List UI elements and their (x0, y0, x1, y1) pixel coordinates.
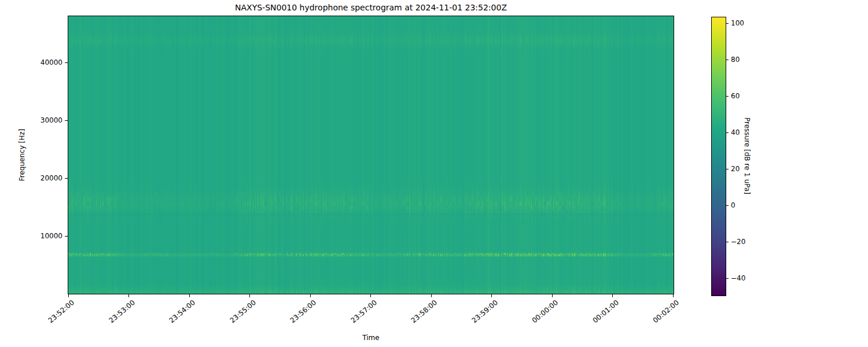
colorbar-tick (726, 23, 729, 24)
y-tick (65, 236, 68, 237)
y-tick (65, 178, 68, 179)
plot-area (68, 16, 674, 294)
x-tick (310, 294, 311, 297)
y-tick-label: 40000 (22, 58, 62, 67)
chart-title: NAXYS-SN0010 hydrophone spectrogram at 2… (68, 3, 674, 12)
colorbar-tick-label: −20 (731, 238, 745, 246)
x-tick (431, 294, 432, 297)
colorbar-tick-label: 60 (731, 92, 740, 100)
colorbar-tick (726, 242, 729, 242)
y-axis-label-container: Frequency [Hz] (17, 0, 27, 310)
colorbar-tick-label: 40 (731, 128, 740, 136)
colorbar-tick-label: 80 (731, 56, 740, 64)
spectrogram-image (68, 16, 674, 294)
x-tick (370, 294, 371, 297)
x-tick (552, 294, 553, 297)
colorbar (711, 17, 726, 296)
colorbar-tick (726, 60, 729, 60)
colorbar-tick-label: −40 (731, 274, 745, 282)
y-tick-label: 10000 (22, 232, 62, 240)
colorbar-tick-label: 0 (731, 201, 735, 209)
x-tick (68, 294, 69, 297)
colorbar-tick-label: 100 (731, 19, 744, 27)
colorbar-tick (726, 205, 729, 206)
colorbar-tick (726, 169, 729, 169)
colorbar-tick (726, 278, 729, 279)
colorbar-label-container: Pressure [dB re 1 uPa] (742, 17, 752, 295)
colorbar-label: Pressure [dB re 1 uPa] (743, 117, 751, 194)
x-tick-label: 23:52:00 (0, 298, 76, 347)
spectrogram-figure: NAXYS-SN0010 hydrophone spectrogram at 2… (0, 0, 868, 347)
y-tick-label: 30000 (22, 116, 62, 124)
y-tick-label: 20000 (22, 174, 62, 182)
colorbar-tick (726, 96, 729, 97)
x-tick (673, 294, 674, 297)
y-tick (65, 120, 68, 121)
x-tick (249, 294, 250, 297)
y-tick (65, 62, 68, 63)
colorbar-tick-label: 20 (731, 165, 740, 173)
y-axis-label: Frequency [Hz] (18, 129, 26, 182)
x-tick (612, 294, 613, 297)
x-tick (491, 294, 492, 297)
colorbar-tick (726, 132, 729, 133)
x-tick (189, 294, 190, 297)
x-tick (128, 294, 129, 297)
